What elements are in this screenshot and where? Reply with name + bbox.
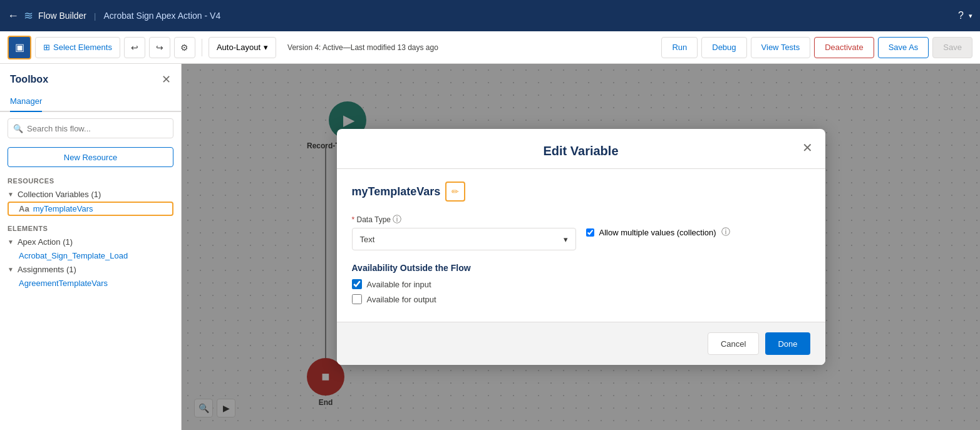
modal-title: Edit Variable bbox=[352, 144, 810, 158]
resources-section: RESOURCES ▼ Collection Variables (1) Aa … bbox=[0, 173, 181, 216]
apex-action-label: Apex Action (1) bbox=[18, 237, 73, 247]
resources-label: RESOURCES bbox=[8, 173, 173, 187]
undo-icon: ↩ bbox=[131, 43, 138, 53]
auto-layout-chevron: ▾ bbox=[264, 43, 268, 52]
flow-name: Acrobat Sign Apex Action - V4 bbox=[103, 11, 220, 21]
toolbox-search-wrap: 🔍 bbox=[0, 112, 181, 145]
select-elements-button[interactable]: ⊞ Select Elements bbox=[35, 37, 120, 58]
elements-label: ELEMENTS bbox=[8, 221, 173, 235]
my-template-vars-item[interactable]: Aa myTemplateVars bbox=[8, 202, 173, 216]
search-input[interactable] bbox=[27, 124, 168, 133]
data-type-select[interactable]: Text ▾ bbox=[352, 228, 576, 250]
modal-close-button[interactable]: ✕ bbox=[802, 140, 813, 155]
done-button[interactable]: Done bbox=[765, 332, 810, 355]
help-button[interactable]: ? bbox=[958, 10, 964, 21]
nav-separator: | bbox=[94, 11, 96, 21]
variable-name-row: myTemplateVars ✏ bbox=[352, 182, 810, 202]
assignments-chevron: ▼ bbox=[8, 266, 14, 273]
toolbox-panel: Toolbox ✕ Manager 🔍 New Resource RESOURC… bbox=[0, 64, 182, 430]
modal-footer: Cancel Done bbox=[337, 322, 825, 365]
toggle-toolbox-button[interactable]: ▣ bbox=[8, 36, 31, 59]
auto-layout-button[interactable]: Auto-Layout ▾ bbox=[209, 37, 276, 58]
select-elements-label: Select Elements bbox=[53, 43, 112, 52]
tab-manager[interactable]: Manager bbox=[10, 91, 42, 112]
edit-icon: ✏ bbox=[451, 187, 459, 197]
auto-layout-label: Auto-Layout bbox=[217, 43, 260, 52]
allow-multiple-info-icon[interactable]: ⓘ bbox=[721, 227, 730, 238]
settings-button[interactable]: ⚙ bbox=[174, 37, 195, 58]
toolbox-header: Toolbox ✕ bbox=[0, 64, 181, 86]
cancel-button[interactable]: Cancel bbox=[708, 332, 759, 355]
availability-title: Availability Outside the Flow bbox=[352, 263, 810, 273]
data-type-row: * Data Type ⓘ Text ▾ Allow multiple valu… bbox=[352, 214, 810, 250]
collection-variables-group[interactable]: ▼ Collection Variables (1) bbox=[8, 187, 173, 202]
elements-section: ELEMENTS ▼ Apex Action (1) Acrobat_Sign_… bbox=[0, 221, 181, 290]
redo-button[interactable]: ↪ bbox=[149, 37, 170, 58]
deactivate-button[interactable]: Deactivate bbox=[814, 37, 874, 58]
toolbox-close-button[interactable]: ✕ bbox=[162, 73, 171, 86]
apex-action-group[interactable]: ▼ Apex Action (1) bbox=[8, 235, 173, 249]
assignment-item-label: AgreementTemplateVars bbox=[19, 279, 108, 288]
available-for-input-row: Available for input bbox=[352, 279, 810, 289]
edit-variable-modal: Edit Variable ✕ myTemplateVars ✏ * Data … bbox=[337, 129, 825, 365]
app-icon: ≋ bbox=[24, 9, 33, 23]
data-type-label: * Data Type ⓘ bbox=[352, 214, 576, 225]
assignment-item[interactable]: AgreementTemplateVars bbox=[8, 277, 173, 290]
data-type-info-icon[interactable]: ⓘ bbox=[393, 214, 401, 224]
run-button[interactable]: Run bbox=[661, 37, 698, 58]
top-nav: ← ≋ Flow Builder | Acrobat Sign Apex Act… bbox=[0, 0, 980, 31]
modal-body: myTemplateVars ✏ * Data Type ⓘ T bbox=[337, 169, 825, 322]
data-type-wrap: * Data Type ⓘ Text ▾ bbox=[352, 214, 576, 250]
assignments-label: Assignments (1) bbox=[18, 265, 76, 274]
data-type-chevron: ▾ bbox=[564, 235, 568, 244]
main-area: Toolbox ✕ Manager 🔍 New Resource RESOURC… bbox=[0, 64, 980, 430]
save-button[interactable]: Save bbox=[932, 37, 972, 58]
search-icon: 🔍 bbox=[13, 124, 23, 133]
available-for-input-checkbox[interactable] bbox=[352, 279, 362, 289]
available-for-output-row: Available for output bbox=[352, 294, 810, 304]
view-tests-button[interactable]: View Tests bbox=[751, 37, 811, 58]
allow-multiple-group: Allow multiple values (collection) ⓘ bbox=[586, 214, 810, 238]
debug-button[interactable]: Debug bbox=[701, 37, 746, 58]
allow-multiple-label: Allow multiple values (collection) bbox=[599, 228, 716, 237]
variable-name-text: myTemplateVars bbox=[352, 185, 441, 198]
apex-action-chevron: ▼ bbox=[8, 238, 14, 245]
toolbox-tabs: Manager bbox=[0, 91, 181, 112]
version-label: Version 4: Active—Last modified 13 days … bbox=[280, 43, 446, 52]
allow-multiple-checkbox[interactable] bbox=[586, 228, 594, 237]
back-button[interactable]: ← bbox=[8, 9, 19, 23]
help-chevron: ▾ bbox=[969, 12, 972, 20]
available-for-output-checkbox[interactable] bbox=[352, 294, 362, 304]
edit-name-button[interactable]: ✏ bbox=[445, 182, 465, 202]
available-for-output-label: Available for output bbox=[367, 295, 436, 304]
undo-button[interactable]: ↩ bbox=[124, 37, 145, 58]
apex-action-item[interactable]: Acrobat_Sign_Template_Load bbox=[8, 249, 173, 262]
availability-section: Availability Outside the Flow Available … bbox=[352, 263, 810, 304]
data-type-value: Text bbox=[360, 235, 375, 244]
toolbox-title: Toolbox bbox=[10, 74, 48, 85]
redo-icon: ↪ bbox=[156, 43, 163, 53]
available-for-input-label: Available for input bbox=[367, 280, 431, 289]
apex-action-item-label: Acrobat_Sign_Template_Load bbox=[19, 251, 128, 260]
assignments-group[interactable]: ▼ Assignments (1) bbox=[8, 262, 173, 277]
flow-canvas: ▶ Record-Triggered Flow Start ■ End 🔍 ▶ bbox=[182, 64, 980, 430]
collection-variables-chevron: ▼ bbox=[8, 191, 14, 198]
toolbar-divider-1 bbox=[202, 39, 202, 56]
search-field-wrap[interactable]: 🔍 bbox=[8, 118, 173, 138]
toolbar: ▣ ⊞ Select Elements ↩ ↪ ⚙ Auto-Layout ▾ … bbox=[0, 31, 980, 64]
save-as-button[interactable]: Save As bbox=[878, 37, 929, 58]
new-resource-button[interactable]: New Resource bbox=[8, 147, 173, 167]
settings-icon: ⚙ bbox=[180, 43, 188, 53]
modal-overlay: Edit Variable ✕ myTemplateVars ✏ * Data … bbox=[182, 64, 980, 430]
my-template-vars-label: myTemplateVars bbox=[33, 204, 93, 213]
select-elements-icon: ⊞ bbox=[43, 43, 50, 52]
variable-icon: Aa bbox=[19, 204, 29, 213]
app-name: Flow Builder bbox=[38, 11, 86, 21]
modal-header: Edit Variable ✕ bbox=[337, 129, 825, 169]
collection-variables-label: Collection Variables (1) bbox=[18, 190, 101, 199]
